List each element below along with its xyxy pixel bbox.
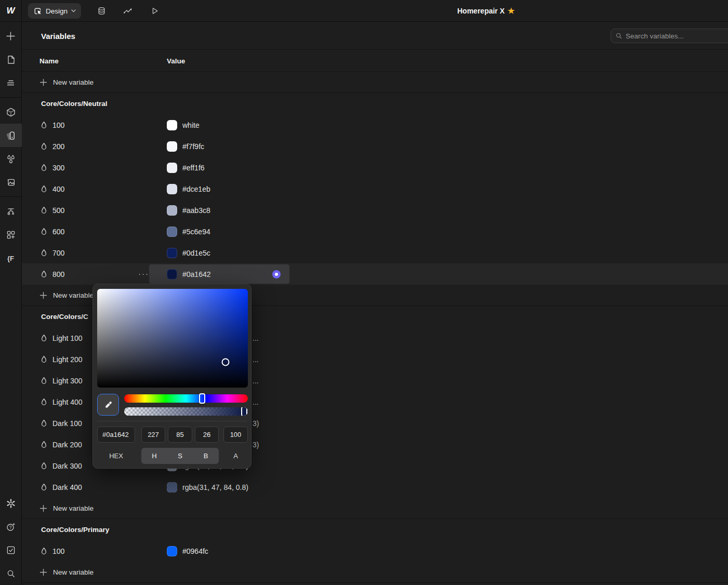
variable-name: 100 xyxy=(52,547,64,555)
color-swatch[interactable] xyxy=(167,482,177,493)
sidebar-item-settings[interactable] xyxy=(0,491,22,515)
sidebar-item-site-structure[interactable] xyxy=(0,200,22,223)
droplet-icon xyxy=(41,270,47,278)
sv-cursor[interactable] xyxy=(221,358,229,366)
color-swatch[interactable] xyxy=(167,546,177,556)
apps-plus-icon xyxy=(6,230,16,240)
cms-database-icon[interactable] xyxy=(94,3,109,19)
search-placeholder: Search variables... xyxy=(626,32,684,40)
hex-input[interactable]: #0a1642 xyxy=(97,427,135,443)
variable-row[interactable]: 300#eff1f6 xyxy=(22,157,728,178)
plus-icon xyxy=(39,291,47,299)
picker-divider xyxy=(97,421,247,421)
variable-value-fragment: ... xyxy=(253,355,259,364)
tab-s[interactable]: S xyxy=(167,448,193,464)
variable-value-fragment: ... xyxy=(253,377,259,385)
eyedropper-button[interactable] xyxy=(97,394,119,416)
variable-name: Light 300 xyxy=(52,377,83,385)
panel-header: Variables Search variables... xyxy=(22,22,728,50)
design-cursor-icon xyxy=(33,7,42,16)
alpha-handle[interactable] xyxy=(241,407,247,416)
new-variable-button[interactable]: New variable xyxy=(22,72,728,93)
new-variable-label: New variable xyxy=(53,291,94,299)
tab-a[interactable]: A xyxy=(223,448,248,464)
variable-value-fragment: 3) xyxy=(253,419,259,428)
variable-row[interactable]: Dark 400rgba(31, 47, 84, 0.8) xyxy=(22,476,728,498)
design-label: Design xyxy=(46,7,68,15)
variable-row[interactable]: 100white xyxy=(22,114,728,136)
variable-name: Light 100 xyxy=(52,334,83,342)
color-swatch[interactable] xyxy=(167,227,177,237)
variable-row[interactable]: 800···#0a1642 xyxy=(22,263,728,285)
droplet-icon xyxy=(41,206,47,215)
variable-row[interactable]: 500#aab3c8 xyxy=(22,200,728,221)
webflow-logo-icon[interactable]: W xyxy=(0,0,22,22)
droplet-icon xyxy=(41,164,47,172)
variable-row[interactable]: 700#0d1e5c xyxy=(22,242,728,263)
analytics-chart-icon[interactable] xyxy=(120,3,136,19)
preview-play-icon[interactable] xyxy=(147,3,163,19)
variable-value: #0a1642 xyxy=(182,270,211,278)
tab-b[interactable]: B xyxy=(193,448,219,464)
droplet-icon xyxy=(41,185,47,193)
new-variable-button[interactable]: New variable xyxy=(22,498,728,519)
sidebar-item-add-elements[interactable] xyxy=(0,24,22,48)
color-swatch[interactable] xyxy=(167,248,177,258)
magnifier-icon xyxy=(6,568,16,579)
new-variable-button[interactable]: New variable xyxy=(22,562,728,583)
color-swatch[interactable] xyxy=(167,269,177,280)
color-swatch[interactable] xyxy=(167,184,177,194)
variable-value: rgba(31, 47, 84, 0.8) xyxy=(182,483,248,491)
color-swatch[interactable] xyxy=(167,205,177,216)
image-icon xyxy=(6,177,16,188)
design-mode-button[interactable]: Design xyxy=(28,3,81,19)
hue-handle[interactable] xyxy=(199,393,205,404)
hue-slider[interactable] xyxy=(124,394,248,403)
selected-radio-indicator[interactable] xyxy=(272,270,281,278)
color-swatch[interactable] xyxy=(167,120,177,130)
alpha-slider[interactable] xyxy=(124,407,248,416)
sidebar-item-find[interactable] xyxy=(0,562,22,585)
sidebar-item-help[interactable]: ? xyxy=(0,515,22,538)
color-swatch[interactable] xyxy=(167,141,177,152)
sidebar-item-audit[interactable] xyxy=(0,538,22,562)
search-icon xyxy=(616,33,622,39)
fonts-brace-icon: {F xyxy=(7,254,14,263)
sidebar-divider xyxy=(0,97,22,98)
droplet-icon xyxy=(41,547,47,555)
variable-row[interactable]: 600#5c6e94 xyxy=(22,221,728,242)
page-title: Variables xyxy=(41,31,75,40)
sidebar-item-pages[interactable] xyxy=(0,48,22,71)
variable-name: 400 xyxy=(52,185,64,193)
sidebar-item-variables[interactable] xyxy=(0,124,22,147)
variable-row[interactable]: 200#f7f9fc xyxy=(22,136,728,157)
saturation-brightness-area[interactable] xyxy=(97,289,248,388)
variable-value: #dce1eb xyxy=(182,185,210,193)
page-icon xyxy=(6,55,16,64)
brightness-input[interactable]: 26 xyxy=(195,427,219,443)
sidebar-item-apps[interactable] xyxy=(0,223,22,246)
project-title-text: Homerepair X xyxy=(457,7,505,15)
sidebar-item-assets[interactable] xyxy=(0,170,22,194)
node-x-icon xyxy=(6,206,16,217)
sidebar-item-components[interactable] xyxy=(0,100,22,124)
alpha-input[interactable]: 100 xyxy=(223,427,248,443)
tab-h[interactable]: H xyxy=(141,448,167,464)
variable-name: Dark 300 xyxy=(52,462,82,470)
sidebar-item-navigator[interactable] xyxy=(0,71,22,95)
saturation-input[interactable]: 85 xyxy=(168,427,192,443)
droplet-icon xyxy=(41,398,47,406)
plus-icon xyxy=(39,568,47,576)
tab-hex[interactable]: HEX xyxy=(97,448,135,464)
variable-row[interactable]: 400#dce1eb xyxy=(22,178,728,200)
plus-icon xyxy=(39,78,47,86)
variable-value: #eff1f6 xyxy=(182,164,205,172)
sidebar-item-fonts[interactable]: {F xyxy=(0,246,22,270)
alpha-gradient xyxy=(124,407,248,416)
sidebar-item-interactions[interactable] xyxy=(0,147,22,170)
color-swatch[interactable] xyxy=(167,163,177,173)
search-input[interactable]: Search variables... xyxy=(611,29,728,43)
row-menu-icon[interactable]: ··· xyxy=(138,269,149,278)
hue-input[interactable]: 227 xyxy=(141,427,165,443)
variable-row[interactable]: 100#0964fc xyxy=(22,540,728,562)
